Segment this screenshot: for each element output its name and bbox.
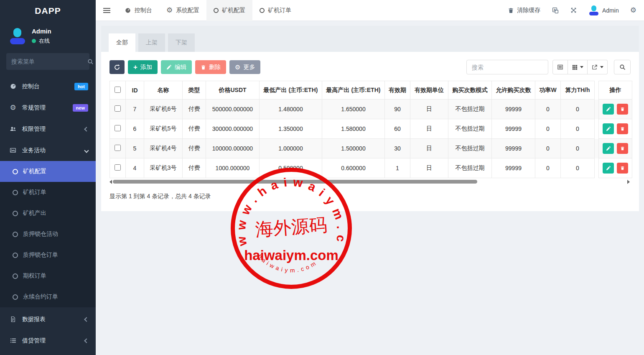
document-icon bbox=[9, 316, 17, 323]
sidebar-item-miner-orders[interactable]: 矿机订单 bbox=[0, 182, 96, 203]
table-search-input[interactable] bbox=[466, 60, 548, 74]
export-button[interactable] bbox=[588, 60, 608, 74]
tab-miner-config[interactable]: 矿机配置 bbox=[206, 0, 252, 21]
card-image-icon bbox=[9, 147, 17, 154]
sidebar-search-input[interactable] bbox=[11, 58, 87, 65]
tab-off-shelf[interactable]: 下架 bbox=[168, 33, 195, 52]
sidebar-item-label: 借贷管理 bbox=[22, 337, 85, 345]
chevron-left-icon bbox=[84, 127, 89, 131]
row-delete-button[interactable] bbox=[617, 123, 628, 134]
sidebar-item-permission[interactable]: 权限管理 bbox=[0, 118, 96, 140]
col-unit: 有效期单位 bbox=[410, 81, 448, 100]
search-button[interactable] bbox=[614, 60, 631, 74]
sidebar-item-label: 权限管理 bbox=[22, 125, 85, 133]
row-edit-button[interactable] bbox=[603, 123, 614, 134]
sidebar-item-stake-orders[interactable]: 质押锁仓订单 bbox=[0, 245, 96, 266]
avatar bbox=[588, 5, 599, 16]
row-checkbox[interactable] bbox=[115, 125, 121, 131]
sidebar-item-miner-config[interactable]: 矿机配置 bbox=[0, 161, 96, 182]
sidebar-item-console[interactable]: 控制台 hot bbox=[0, 76, 96, 97]
tab-system-config[interactable]: ⚙ 系统配置 bbox=[159, 0, 206, 21]
row-delete-button[interactable] bbox=[617, 143, 628, 154]
table-row: 7 采矿机6号 付费 500000.000000 1.480000 1.6500… bbox=[110, 100, 632, 119]
chevron-left-icon bbox=[84, 338, 89, 343]
sidebar-item-stake-activity[interactable]: 质押锁仓活动 bbox=[0, 224, 96, 245]
sidebar-item-general[interactable]: ⚙ 常规管理 new bbox=[0, 97, 96, 118]
gear-icon: ⚙ bbox=[235, 64, 240, 70]
sidebar-item-reports[interactable]: 数据报表 bbox=[0, 309, 96, 330]
menu-toggle-button[interactable] bbox=[96, 0, 117, 21]
sidebar-item-lending[interactable]: 借贷管理 bbox=[0, 330, 96, 351]
detail-view-button[interactable] bbox=[552, 60, 568, 74]
sidebar-item-label: 质押锁仓订单 bbox=[23, 251, 58, 259]
clear-cache-button[interactable]: 清除缓存 bbox=[502, 0, 546, 21]
miner-config-panel: 全部 上架 下架 + 添加 编 bbox=[101, 26, 639, 211]
more-button[interactable]: ⚙ 更多 bbox=[229, 60, 260, 74]
row-checkbox[interactable] bbox=[115, 145, 121, 151]
actions-cell bbox=[599, 158, 632, 178]
actions-cell bbox=[599, 119, 632, 139]
edit-button[interactable]: 编辑 bbox=[161, 60, 192, 74]
row-delete-button[interactable] bbox=[617, 163, 628, 174]
tab-console[interactable]: 控制台 bbox=[117, 0, 159, 21]
col-max-out: 最高产出 (主币:ETH) bbox=[322, 81, 385, 100]
admin-menu[interactable]: Admin bbox=[583, 0, 625, 21]
cogs-icon: ⚙ bbox=[9, 104, 17, 111]
col-buy-limit: 允许购买次数 bbox=[492, 81, 535, 100]
sidebar-item-label: 数据报表 bbox=[22, 316, 85, 323]
settings-gear-icon[interactable]: ⚙ bbox=[625, 0, 644, 21]
scroll-right-arrow-icon[interactable] bbox=[627, 180, 630, 184]
tab-on-shelf[interactable]: 上架 bbox=[138, 33, 165, 52]
circle-icon bbox=[13, 232, 18, 237]
row-checkbox[interactable] bbox=[115, 105, 121, 112]
scrollbar-thumb[interactable] bbox=[113, 180, 477, 184]
row-checkbox[interactable] bbox=[115, 164, 121, 171]
table-header-row: ID 名称 类型 价格USDT 最低产出 (主币:ETH) 最高产出 (主币:E… bbox=[110, 81, 632, 100]
columns-button[interactable] bbox=[568, 60, 588, 74]
app-logo: DAPP bbox=[0, 0, 96, 22]
select-all-checkbox[interactable] bbox=[115, 87, 121, 93]
sidebar-item-perpetual-orders[interactable]: 永续合约订单 bbox=[0, 286, 96, 307]
business-submenu: 矿机配置 矿机订单 矿机产出 质押锁仓活动 质押锁仓订单 期权订单 bbox=[0, 161, 96, 307]
sidebar-item-label: 业务活动 bbox=[22, 147, 85, 154]
circle-icon bbox=[13, 169, 18, 174]
gear-icon: ⚙ bbox=[166, 7, 173, 14]
miner-table: ID 名称 类型 价格USDT 最低产出 (主币:ETH) 最高产出 (主币:E… bbox=[109, 81, 632, 178]
new-badge: new bbox=[73, 104, 88, 112]
col-hashrate: 算力TH/h bbox=[561, 81, 595, 100]
table-row: 5 采矿机4号 付费 100000.000000 1.000000 1.5000… bbox=[110, 139, 632, 158]
sidebar-item-miner-output[interactable]: 矿机产出 bbox=[0, 203, 96, 224]
user-name: Admin bbox=[32, 28, 51, 35]
refresh-button[interactable] bbox=[109, 60, 125, 74]
language-icon[interactable]: A bbox=[546, 0, 565, 21]
row-edit-button[interactable] bbox=[603, 163, 614, 174]
online-dot-icon bbox=[32, 39, 36, 43]
tab-label: 控制台 bbox=[135, 7, 152, 14]
row-edit-button[interactable] bbox=[603, 143, 614, 154]
fullscreen-icon[interactable] bbox=[565, 0, 583, 21]
delete-button[interactable]: 删除 bbox=[195, 60, 226, 74]
circle-icon bbox=[13, 190, 18, 195]
sidebar-item-option-orders[interactable]: 期权订单 bbox=[0, 266, 96, 286]
tab-miner-orders[interactable]: 矿机订单 bbox=[252, 0, 298, 21]
chevron-left-icon bbox=[84, 317, 89, 322]
user-panel: Admin 在线 bbox=[0, 22, 96, 49]
tab-label: 矿机订单 bbox=[268, 7, 291, 14]
circle-icon bbox=[13, 211, 18, 216]
tab-label: 矿机配置 bbox=[222, 7, 245, 14]
row-delete-button[interactable] bbox=[617, 104, 628, 115]
circle-icon bbox=[260, 8, 265, 13]
sidebar-item-business[interactable]: 业务活动 bbox=[0, 140, 96, 161]
trash-icon bbox=[508, 7, 514, 14]
dashboard-icon bbox=[125, 7, 131, 14]
sidebar-item-label: 常规管理 bbox=[22, 104, 73, 112]
search-icon bbox=[87, 58, 94, 65]
col-type: 类型 bbox=[183, 81, 206, 100]
col-id: ID bbox=[126, 81, 144, 100]
add-button[interactable]: + 添加 bbox=[128, 60, 158, 74]
tab-all[interactable]: 全部 bbox=[109, 33, 135, 52]
actions-cell bbox=[599, 100, 632, 119]
scroll-left-arrow-icon[interactable] bbox=[109, 180, 112, 184]
tab-label: 系统配置 bbox=[176, 7, 199, 14]
row-edit-button[interactable] bbox=[603, 104, 614, 115]
